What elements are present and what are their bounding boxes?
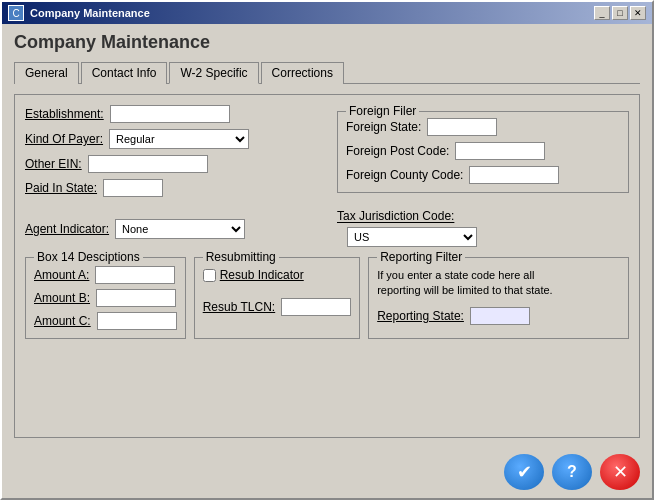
foreign-county-code-input[interactable] — [469, 166, 559, 184]
resub-indicator-row: Resub Indicator — [203, 268, 351, 282]
amount-b-label: Amount B: — [34, 291, 90, 305]
tax-jurisdiction-label: Tax Jurisdiction Code: — [337, 209, 454, 223]
establishment-label: Establishment: — [25, 107, 104, 121]
foreign-filer-group: Foreign Filer Foreign State: Foreign Pos… — [337, 111, 629, 193]
resubmitting-group: Resubmitting Resub Indicator Resub TLCN: — [194, 257, 360, 339]
foreign-state-label: Foreign State: — [346, 120, 421, 134]
tax-jurisdiction-select[interactable]: US AS GU MH MP PR VI — [347, 227, 477, 247]
reporting-state-input[interactable] — [470, 307, 530, 325]
close-icon: ✕ — [613, 461, 628, 483]
window-title: Company Maintenance — [30, 7, 150, 19]
resub-tlcn-input[interactable] — [281, 298, 351, 316]
resub-indicator-checkbox[interactable] — [203, 269, 216, 282]
reporting-filter-title: Reporting Filter — [377, 250, 465, 264]
other-ein-row: Other EIN: — [25, 155, 317, 173]
close-button[interactable]: ✕ — [600, 454, 640, 490]
foreign-county-code-row: Foreign County Code: — [346, 166, 620, 184]
agent-indicator-row: Agent Indicator: None Agent Common Payma… — [25, 219, 317, 239]
foreign-post-code-input[interactable] — [455, 142, 545, 160]
right-column: Foreign Filer Foreign State: Foreign Pos… — [337, 105, 629, 247]
amount-b-input[interactable] — [96, 289, 176, 307]
kind-of-payer-select[interactable]: Regular Military 942 Medicare govt emp C… — [109, 129, 249, 149]
foreign-county-code-label: Foreign County Code: — [346, 168, 463, 182]
page-title: Company Maintenance — [14, 32, 640, 53]
agent-indicator-select[interactable]: None Agent Common Paymaster — [115, 219, 245, 239]
foreign-state-input[interactable] — [427, 118, 497, 136]
top-section: Establishment: Kind Of Payer: Regular Mi… — [25, 105, 629, 247]
app-icon: C — [8, 5, 24, 21]
bottom-section: Box 14 Desciptions Amount A: Amount B: A… — [25, 257, 629, 339]
other-ein-label: Other EIN: — [25, 157, 82, 171]
paid-in-state-label: Paid In State: — [25, 181, 97, 195]
agent-indicator-label: Agent Indicator: — [25, 222, 109, 236]
amount-a-row: Amount A: — [34, 266, 177, 284]
box14-group: Box 14 Desciptions Amount A: Amount B: A… — [25, 257, 186, 339]
ok-icon: ✔ — [517, 461, 532, 483]
form-area: Establishment: Kind Of Payer: Regular Mi… — [14, 94, 640, 438]
amount-a-label: Amount A: — [34, 268, 89, 282]
maximize-button[interactable]: □ — [612, 6, 628, 20]
amount-a-input[interactable] — [95, 266, 175, 284]
resub-tlcn-row: Resub TLCN: — [203, 298, 351, 316]
content-area: Company Maintenance General Contact Info… — [2, 24, 652, 446]
kind-of-payer-label: Kind Of Payer: — [25, 132, 103, 146]
help-icon: ? — [567, 463, 577, 481]
minimize-button[interactable]: _ — [594, 6, 610, 20]
amount-c-input[interactable] — [97, 312, 177, 330]
title-bar: C Company Maintenance _ □ ✕ — [2, 2, 652, 24]
tab-general[interactable]: General — [14, 62, 79, 84]
box14-title: Box 14 Desciptions — [34, 250, 143, 264]
close-window-button[interactable]: ✕ — [630, 6, 646, 20]
ok-button[interactable]: ✔ — [504, 454, 544, 490]
establishment-row: Establishment: — [25, 105, 317, 123]
kind-of-payer-row: Kind Of Payer: Regular Military 942 Medi… — [25, 129, 317, 149]
amount-c-row: Amount C: — [34, 312, 177, 330]
foreign-post-code-label: Foreign Post Code: — [346, 144, 449, 158]
reporting-state-label: Reporting State: — [377, 309, 464, 323]
reporting-filter-group: Reporting Filter If you enter a state co… — [368, 257, 629, 339]
resub-tlcn-label: Resub TLCN: — [203, 300, 275, 314]
tax-jurisdiction-section: Tax Jurisdiction Code: US AS GU MH MP PR… — [337, 209, 629, 247]
title-bar-left: C Company Maintenance — [8, 5, 150, 21]
paid-in-state-row: Paid In State: — [25, 179, 317, 197]
paid-in-state-input[interactable] — [103, 179, 163, 197]
tax-jurisdiction-row: Tax Jurisdiction Code: — [337, 209, 629, 223]
resub-indicator-label: Resub Indicator — [220, 268, 304, 282]
foreign-state-row: Foreign State: — [346, 118, 620, 136]
main-window: C Company Maintenance _ □ ✕ Company Main… — [0, 0, 654, 500]
establishment-input[interactable] — [110, 105, 230, 123]
amount-c-label: Amount C: — [34, 314, 91, 328]
footer: ✔ ? ✕ — [2, 446, 652, 498]
reporting-state-row: Reporting State: — [377, 307, 620, 325]
tab-corrections[interactable]: Corrections — [261, 62, 344, 84]
title-controls: _ □ ✕ — [594, 6, 646, 20]
tab-contact-info[interactable]: Contact Info — [81, 62, 168, 84]
left-column: Establishment: Kind Of Payer: Regular Mi… — [25, 105, 317, 247]
foreign-post-code-row: Foreign Post Code: — [346, 142, 620, 160]
amount-b-row: Amount B: — [34, 289, 177, 307]
reporting-filter-text: If you enter a state code here all repor… — [377, 268, 577, 299]
help-button[interactable]: ? — [552, 454, 592, 490]
tab-w2-specific[interactable]: W-2 Specific — [169, 62, 258, 84]
tab-bar: General Contact Info W-2 Specific Correc… — [14, 61, 640, 84]
other-ein-input[interactable] — [88, 155, 208, 173]
resubmitting-title: Resubmitting — [203, 250, 279, 264]
foreign-filer-title: Foreign Filer — [346, 104, 419, 118]
